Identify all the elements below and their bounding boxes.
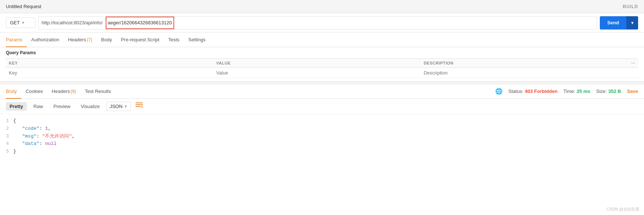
- code-line-4: 4 "data": null: [0, 140, 644, 148]
- format-type-arrow: ▼: [124, 104, 128, 108]
- wrap-button[interactable]: [136, 103, 143, 110]
- tab-tests[interactable]: Tests: [164, 32, 184, 47]
- tab-authorization[interactable]: Authorization: [27, 32, 64, 47]
- time-value: 25 ms: [577, 89, 590, 94]
- description-input[interactable]: [424, 70, 626, 76]
- status-label: Status:: [508, 89, 523, 94]
- value-input[interactable]: [216, 70, 418, 76]
- format-raw-btn[interactable]: Raw: [30, 102, 47, 111]
- request-title: Untitled Request: [6, 4, 41, 9]
- svg-rect-2: [136, 106, 141, 107]
- svg-rect-0: [136, 103, 143, 103]
- size-info: Size: 352 B: [596, 89, 621, 94]
- time-label: Time:: [563, 89, 575, 94]
- response-headers-badge: (9): [71, 89, 76, 94]
- query-params-title: Query Params: [6, 50, 638, 55]
- url-highlight: aeger/1620664326836613120: [106, 17, 174, 29]
- tab-body[interactable]: Body: [97, 32, 117, 47]
- url-base: http://localhost:8023/api/info/: [39, 20, 106, 25]
- format-bar: Pretty Raw Preview Visualize JSON ▼: [0, 99, 644, 114]
- status-value: 403 Forbidden: [525, 89, 557, 94]
- response-tabs-bar: Body Cookies Headers (9) Test Results 🌐 …: [0, 84, 644, 99]
- code-line-5: 5 }: [0, 148, 644, 156]
- query-params-section: Query Params KEY VALUE DESCRIPTION ···: [0, 47, 644, 78]
- response-tab-testresults[interactable]: Test Results: [80, 84, 115, 99]
- key-col-header: KEY: [6, 59, 213, 68]
- response-tabs-left: Body Cookies Headers (9) Test Results: [6, 84, 115, 99]
- svg-rect-1: [136, 104, 143, 105]
- method-dropdown-arrow: ▼: [21, 21, 25, 25]
- tab-prerequest[interactable]: Pre-request Script: [116, 32, 164, 47]
- tab-params[interactable]: Params: [6, 32, 27, 47]
- format-visualize-btn[interactable]: Visualize: [77, 102, 103, 111]
- value-col-header: VALUE: [213, 59, 420, 68]
- response-meta: 🌐 Status: 403 Forbidden Time: 25 ms Size…: [495, 88, 638, 95]
- method-select[interactable]: GET ▼: [6, 17, 35, 28]
- tab-headers[interactable]: Headers (7): [64, 32, 97, 47]
- method-value: GET: [10, 20, 20, 25]
- globe-icon[interactable]: 🌐: [495, 88, 503, 95]
- desc-col-header: DESCRIPTION: [421, 59, 629, 68]
- send-dropdown-arrow[interactable]: ▼: [626, 16, 638, 30]
- headers-badge: (7): [87, 37, 92, 42]
- code-line-3: 3 "msg": "不允许访问",: [0, 133, 644, 141]
- table-row: [6, 68, 638, 78]
- send-button-group[interactable]: Send ▼: [600, 16, 638, 30]
- status-info: Status: 403 Forbidden: [508, 89, 557, 94]
- format-pretty-btn[interactable]: Pretty: [6, 102, 27, 111]
- response-tab-body[interactable]: Body: [6, 84, 21, 99]
- response-tab-headers[interactable]: Headers (9): [47, 84, 81, 99]
- url-bar: GET ▼ http://localhost:8023/api/info/ ae…: [0, 13, 644, 32]
- tab-settings[interactable]: Settings: [184, 32, 210, 47]
- response-tab-cookies[interactable]: Cookies: [21, 84, 47, 99]
- time-info: Time: 25 ms: [563, 89, 590, 94]
- key-input[interactable]: [9, 70, 210, 76]
- build-label: BUILD: [623, 4, 638, 9]
- response-section: Body Cookies Headers (9) Test Results 🌐 …: [0, 84, 644, 159]
- watermark: CSDN @北站巨星: [607, 207, 640, 212]
- send-button[interactable]: Send: [600, 16, 626, 30]
- url-input-wrapper[interactable]: http://localhost:8023/api/info/ aeger/16…: [38, 16, 597, 30]
- code-view: 1 { 2 "code": 1, 3 "msg": "不允许访问", 4 "da…: [0, 114, 644, 159]
- format-type-select[interactable]: JSON ▼: [106, 102, 131, 111]
- save-button[interactable]: Save: [627, 89, 638, 94]
- code-line-2: 2 "code": 1,: [0, 125, 644, 133]
- code-line-1: 1 {: [0, 117, 644, 125]
- size-value: 352 B: [608, 89, 621, 94]
- format-type-value: JSON: [110, 104, 123, 109]
- params-table: KEY VALUE DESCRIPTION ···: [6, 58, 638, 78]
- format-preview-btn[interactable]: Preview: [50, 102, 74, 111]
- actions-col-header: ···: [628, 59, 638, 68]
- title-bar: Untitled Request BUILD: [0, 0, 644, 13]
- size-label: Size:: [596, 89, 607, 94]
- request-tabs-bar: Params Authorization Headers (7) Body Pr…: [0, 32, 644, 47]
